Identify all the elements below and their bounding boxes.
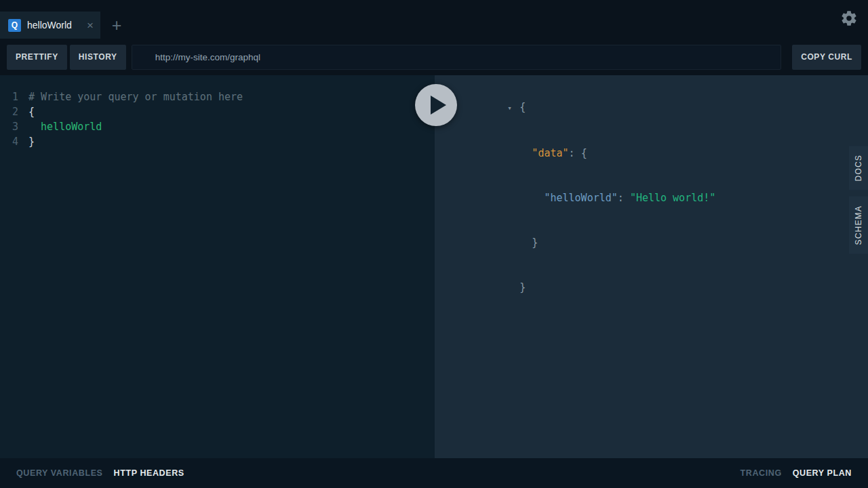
token-brace: { (28, 104, 35, 119)
query-plan-tab[interactable]: QUERY PLAN (793, 468, 852, 478)
schema-tab[interactable]: SCHEMA (849, 197, 868, 254)
query-badge-icon: Q (8, 19, 21, 32)
code-line: 4 } (0, 134, 435, 149)
query-variables-tab[interactable]: QUERY VARIABLES (16, 468, 103, 478)
token-brace: { (581, 147, 587, 159)
code-line: 2 { (0, 104, 435, 119)
response-line: } (458, 265, 868, 310)
prettify-button[interactable]: PRETTIFY (7, 45, 67, 70)
response-line: "helloWorld": "Hello world!" (458, 176, 868, 220)
response-viewer: ▾{ "data": { "helloWorld": "Hello world!… (435, 75, 868, 458)
settings-button[interactable] (840, 9, 858, 27)
code-line: 3 helloWorld (0, 119, 435, 134)
bottom-right-tabs: TRACING QUERY PLAN (741, 468, 852, 478)
toolbar: PRETTIFY HISTORY COPY CURL (0, 39, 868, 75)
tab-helloworld[interactable]: Q helloWorld × (0, 12, 100, 39)
collapse-icon[interactable]: ▾ (507, 101, 519, 116)
token-brace: } (507, 237, 538, 249)
main-split: 1 # Write your query or mutation here 2 … (0, 75, 868, 458)
docs-tab[interactable]: DOCS (849, 146, 868, 190)
graphql-playground-window: Q helloWorld × + PRETTIFY HISTORY COPY C… (0, 0, 868, 488)
line-number: 4 (0, 134, 28, 149)
execute-button[interactable] (415, 84, 457, 126)
token-colon: : (618, 192, 630, 204)
copy-curl-button[interactable]: COPY CURL (792, 45, 861, 70)
history-button[interactable]: HISTORY (70, 45, 126, 70)
http-headers-tab[interactable]: HTTP HEADERS (114, 468, 184, 478)
token-brace: } (28, 134, 35, 149)
response-line: "data": { (458, 131, 868, 176)
line-number: 3 (0, 119, 28, 134)
token-comment: # Write your query or mutation here (28, 89, 243, 104)
add-tab-button[interactable]: + (100, 12, 133, 39)
line-number: 2 (0, 104, 28, 119)
top-bar: Q helloWorld × + (0, 0, 868, 39)
token-key-data: "data" (507, 147, 568, 159)
code-line: 1 # Write your query or mutation here (0, 89, 435, 104)
bottom-bar: QUERY VARIABLES HTTP HEADERS TRACING QUE… (0, 458, 868, 488)
response-line: } (458, 220, 868, 265)
token-brace: } (507, 281, 526, 293)
response-line: ▾{ (458, 85, 868, 131)
endpoint-input[interactable] (132, 45, 781, 70)
close-icon[interactable]: × (87, 20, 94, 31)
bottom-left-tabs: QUERY VARIABLES HTTP HEADERS (16, 468, 184, 478)
token-field: helloWorld (28, 119, 102, 134)
token-string-value: "Hello world!" (630, 192, 715, 204)
token-colon: : (569, 147, 581, 159)
side-tabs: DOCS SCHEMA (849, 146, 868, 254)
token-key-helloworld: "helloWorld" (507, 192, 618, 204)
query-editor[interactable]: 1 # Write your query or mutation here 2 … (0, 75, 435, 458)
play-icon (431, 96, 446, 115)
gear-icon (840, 9, 858, 27)
tracing-tab[interactable]: TRACING (741, 468, 782, 478)
line-number: 1 (0, 89, 28, 104)
token-brace: { (519, 101, 526, 113)
tab-title: helloWorld (27, 20, 81, 30)
